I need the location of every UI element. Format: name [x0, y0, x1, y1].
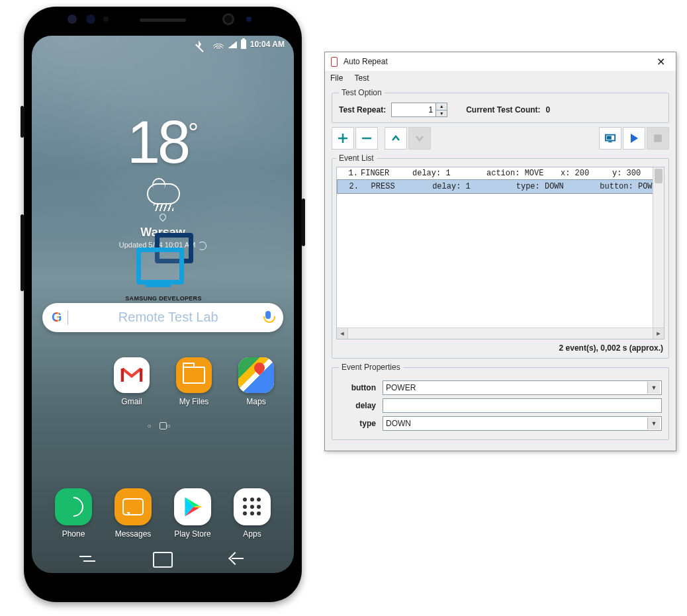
remote-test-lab-logo: SAMSUNG DEVELOPERS [130, 232, 196, 298]
phone-icon [55, 488, 92, 525]
nav-bar [32, 552, 294, 568]
capture-button[interactable] [599, 127, 621, 150]
gmail-icon [114, 357, 150, 393]
svg-rect-1 [607, 136, 612, 139]
toolbar [332, 127, 669, 150]
app-label: Phone [62, 529, 85, 539]
prop-delay-label: delay [339, 401, 376, 410]
dock-messages[interactable]: Messages [110, 488, 156, 539]
phone-screen[interactable]: 10:04 AM 18° Warsaw Updated 5/24 10:01 A… [32, 36, 294, 573]
move-up-button[interactable] [385, 127, 407, 150]
prop-button-label: button [339, 383, 376, 392]
prop-type-select[interactable]: DOWN ▼ [383, 416, 662, 431]
move-down-button [408, 127, 431, 150]
event-row-selected[interactable]: 2. PRESS delay: 1 type: DOWN button: POW… [337, 179, 664, 194]
test-repeat-label: Test Repeat: [339, 105, 386, 114]
app-row: Gmail My Files Maps [32, 357, 279, 406]
phone-bezel [24, 7, 302, 32]
weather-temperature: 18° [32, 109, 294, 177]
nav-recents-button[interactable] [79, 556, 97, 569]
event-properties-group: Event Properties button POWER ▼ delay [332, 363, 669, 440]
auto-repeat-window: Auto Repeat ✕ File Test Test Option Test… [324, 52, 676, 451]
test-count-value: 0 [546, 105, 551, 114]
phone-device-frame: 10:04 AM 18° Warsaw Updated 5/24 10:01 A… [24, 7, 302, 602]
signal-icon [228, 41, 237, 48]
app-my-files[interactable]: My Files [171, 357, 217, 406]
dock-play-store[interactable]: Play Store [169, 488, 216, 539]
app-label: Play Store [174, 529, 210, 539]
page-indicator: ○○ [32, 422, 294, 430]
test-option-group: Test Option Test Repeat: ▲▼ Current Test… [332, 88, 669, 123]
app-label: Messages [115, 529, 152, 539]
add-button[interactable] [332, 127, 354, 150]
chevron-down-icon: ▼ [647, 382, 660, 394]
event-row[interactable]: 1. FINGER delay: 1 action: MOVE x: 200 y… [337, 167, 664, 179]
menu-bar: File Test [325, 71, 676, 85]
vertical-scrollbar[interactable] [653, 167, 664, 328]
location-pin-icon [158, 212, 167, 222]
mute-icon [199, 40, 209, 48]
wifi-icon [213, 40, 224, 48]
menu-file[interactable]: File [330, 73, 343, 83]
microphone-icon[interactable] [263, 311, 273, 324]
battery-icon [241, 40, 246, 49]
test-count-label: Current Test Count: [466, 105, 540, 114]
clock: 10:04 AM [250, 40, 285, 49]
event-summary: 2 event(s), 0,002 s (approx.) [336, 339, 664, 354]
event-list-legend: Event List [336, 154, 377, 163]
maps-icon [238, 357, 274, 393]
scroll-right-icon[interactable]: ► [653, 328, 664, 339]
close-button[interactable]: ✕ [649, 56, 672, 68]
power-button[interactable] [302, 198, 305, 246]
bixby-button[interactable] [21, 106, 24, 138]
horizontal-scrollbar[interactable]: ◄ ► [337, 328, 664, 339]
app-label: Gmail [121, 397, 142, 406]
title-bar[interactable]: Auto Repeat ✕ [325, 52, 676, 71]
volume-buttons[interactable] [21, 214, 24, 291]
remove-button[interactable] [355, 127, 378, 150]
refresh-icon [198, 242, 206, 250]
event-properties-legend: Event Properties [339, 363, 403, 372]
dock: Phone Messages Play Store Apps [32, 488, 294, 539]
app-label: Apps [243, 529, 261, 539]
nav-back-button[interactable] [229, 554, 246, 567]
prop-delay-input[interactable] [383, 398, 662, 413]
svg-rect-3 [654, 134, 661, 142]
app-label: Maps [246, 397, 265, 406]
nav-home-button[interactable] [153, 552, 173, 568]
google-logo-icon: G [52, 310, 62, 325]
spin-up[interactable]: ▲ [436, 103, 447, 110]
scroll-left-icon[interactable]: ◄ [337, 328, 348, 339]
app-gmail[interactable]: Gmail [109, 357, 155, 406]
app-label: My Files [179, 397, 209, 406]
prop-type-label: type [339, 419, 376, 428]
window-icon [329, 56, 340, 67]
folder-icon [176, 357, 212, 393]
play-button[interactable] [623, 127, 645, 150]
window-title: Auto Repeat [344, 57, 649, 66]
chevron-down-icon: ▼ [647, 418, 660, 429]
status-bar: 10:04 AM [199, 40, 285, 49]
event-list-group: Event List 1. FINGER delay: 1 action: MO… [332, 154, 669, 359]
dock-apps[interactable]: Apps [229, 488, 275, 539]
menu-test[interactable]: Test [354, 73, 369, 83]
play-store-icon [174, 488, 211, 525]
test-repeat-spinner[interactable]: ▲▼ [391, 103, 447, 117]
test-repeat-input[interactable] [392, 103, 435, 116]
stop-button [647, 127, 669, 150]
test-option-legend: Test Option [339, 88, 385, 97]
app-maps[interactable]: Maps [233, 357, 279, 406]
weather-rain-icon [144, 183, 181, 210]
prop-button-select[interactable]: POWER ▼ [383, 380, 662, 395]
search-placeholder: Remote Test Lab [73, 310, 263, 325]
event-list[interactable]: 1. FINGER delay: 1 action: MOVE x: 200 y… [337, 167, 664, 328]
spin-down[interactable]: ▼ [436, 110, 447, 117]
dock-phone[interactable]: Phone [50, 488, 97, 539]
apps-grid-icon [234, 488, 271, 525]
svg-rect-2 [608, 141, 612, 142]
google-search-bar[interactable]: G Remote Test Lab [42, 303, 283, 332]
messages-icon [114, 488, 152, 525]
